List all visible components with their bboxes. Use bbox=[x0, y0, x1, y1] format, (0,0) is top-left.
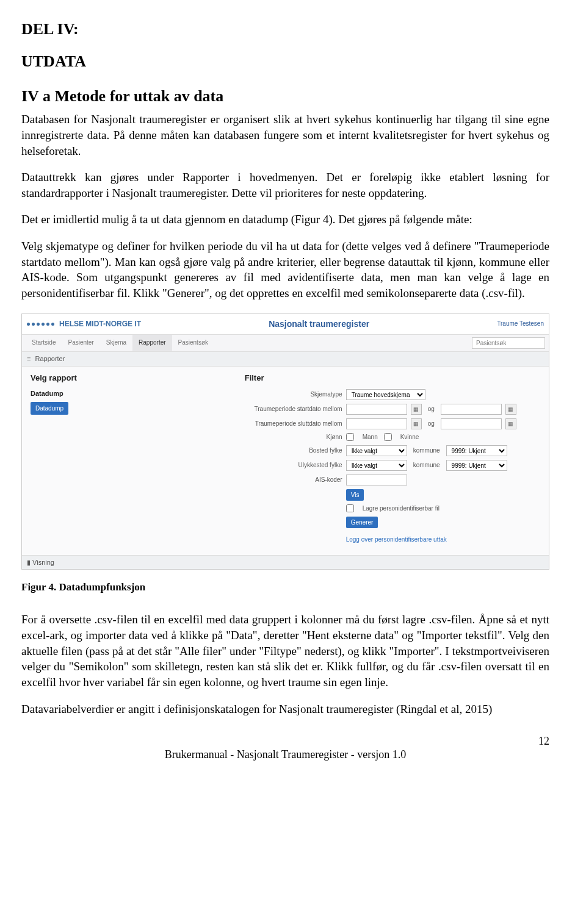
label-kjonn: Kjønn bbox=[245, 433, 342, 442]
calendar-icon[interactable]: ▦ bbox=[505, 418, 516, 429]
panel-header-visning[interactable]: ▮ Visning bbox=[22, 555, 549, 570]
user-name[interactable]: Traume Testesen bbox=[497, 320, 544, 328]
generer-button[interactable]: Generer bbox=[346, 517, 378, 529]
brand-label: HELSE MIDT-NORGE IT bbox=[59, 319, 141, 329]
label-ais: AIS-koder bbox=[245, 476, 342, 484]
app-screenshot: HELSE MIDT-NORGE IT Nasjonalt traumeregi… bbox=[21, 313, 549, 570]
paragraph: Databasen for Nasjonalt traumeregister e… bbox=[21, 112, 549, 159]
page-footer: 12 Brukermanual - Nasjonalt Traumeregist… bbox=[21, 747, 549, 762]
nav-rapporter[interactable]: Rapporter bbox=[132, 335, 172, 351]
search-input[interactable] bbox=[472, 337, 545, 349]
ais-input[interactable] bbox=[346, 475, 407, 485]
nav-bar: Startside Pasienter Skjema Rapporter Pas… bbox=[22, 335, 549, 352]
slutt-from-input[interactable] bbox=[346, 418, 407, 429]
label-skjematype: Skjematype bbox=[245, 390, 342, 399]
label-sluttdato: Traumeperiode sluttdato mellom bbox=[245, 420, 342, 428]
label-kommune: kommune bbox=[413, 446, 440, 455]
subsection-heading: IV a Metode for uttak av data bbox=[21, 85, 549, 107]
checkbox-kvinne[interactable] bbox=[384, 433, 392, 441]
select-ulykke-kommune[interactable]: 9999: Ukjent bbox=[446, 460, 507, 471]
nav-startside[interactable]: Startside bbox=[26, 335, 62, 351]
paragraph: Datavariabelverdier er angitt i definisj… bbox=[21, 701, 549, 717]
label-og: og bbox=[425, 420, 437, 428]
label-kommune: kommune bbox=[413, 461, 440, 470]
left-pane: Velg rapport Datadump Datadump bbox=[31, 373, 245, 548]
checkbox-mann[interactable] bbox=[346, 433, 354, 441]
label-lagre-personident: Lagre personidentifiserbar fil bbox=[363, 504, 440, 513]
nav-skjema[interactable]: Skjema bbox=[100, 335, 132, 351]
slutt-to-input[interactable] bbox=[441, 418, 502, 429]
label-ulykke: Ulykkested fylke bbox=[245, 461, 342, 470]
label-bosted: Bosted fylke bbox=[245, 446, 342, 455]
section-title: UTDATA bbox=[21, 51, 549, 72]
list-icon: ≡ bbox=[27, 355, 31, 362]
select-bosted-fylke[interactable]: Ikke valgt bbox=[346, 445, 407, 456]
logo-dots-icon bbox=[27, 323, 54, 326]
start-from-input[interactable] bbox=[346, 404, 407, 415]
calendar-icon[interactable]: ▦ bbox=[411, 404, 422, 415]
nav-pasienter[interactable]: Pasienter bbox=[62, 335, 99, 351]
select-ulykke-fylke[interactable]: Ikke valgt bbox=[346, 460, 407, 471]
paragraph: Det er imidlertid mulig å ta ut data gje… bbox=[21, 212, 549, 227]
vis-button[interactable]: Vis bbox=[346, 489, 364, 501]
paragraph: For å oversette .csv-filen til en excelf… bbox=[21, 612, 549, 690]
paragraph: Velg skjematype og definer for hvilken p… bbox=[21, 238, 549, 301]
panel-header-rapporter[interactable]: ≡ Rapporter bbox=[22, 352, 549, 367]
panel-title: Rapporter bbox=[35, 355, 65, 362]
figure-caption: Figur 4. Datadumpfunksjon bbox=[21, 581, 549, 595]
calendar-icon[interactable]: ▦ bbox=[505, 404, 516, 415]
paragraph: Datauttrekk kan gjøres under Rapporter i… bbox=[21, 170, 549, 201]
select-bosted-kommune[interactable]: 9999: Ukjent bbox=[446, 445, 507, 456]
app-header: HELSE MIDT-NORGE IT Nasjonalt traumeregi… bbox=[22, 314, 549, 335]
select-skjematype[interactable]: Traume hovedskjema bbox=[346, 389, 425, 400]
section-number: DEL IV: bbox=[21, 18, 549, 40]
footer-text: Brukermanual - Nasjonalt Traumeregister … bbox=[165, 748, 406, 761]
filter-pane: Filter Skjematype Traume hovedskjema Tra… bbox=[245, 373, 540, 548]
datadump-button[interactable]: Datadump bbox=[31, 402, 68, 415]
app-title: Nasjonalt traumeregister bbox=[141, 318, 497, 330]
label-startdato: Traumeperiode startdato mellom bbox=[245, 405, 342, 414]
checkbox-lagre-personident[interactable] bbox=[346, 504, 354, 512]
panel-title-visning: Visning bbox=[32, 559, 54, 566]
label-kvinne: Kvinne bbox=[400, 433, 419, 442]
start-to-input[interactable] bbox=[441, 404, 502, 415]
datadump-label: Datadump bbox=[31, 389, 245, 398]
left-title: Velg rapport bbox=[31, 373, 245, 384]
label-mann: Mann bbox=[363, 433, 378, 442]
bar-chart-icon: ▮ bbox=[27, 559, 31, 566]
label-og: og bbox=[425, 405, 437, 414]
filter-title: Filter bbox=[245, 373, 540, 384]
nav-pasientsok[interactable]: Pasientsøk bbox=[172, 335, 214, 351]
page-number: 12 bbox=[538, 734, 549, 748]
calendar-icon[interactable]: ▦ bbox=[411, 418, 422, 429]
link-personident-uttak[interactable]: Logg over personidentifiserbare uttak bbox=[346, 535, 447, 544]
panel-body: Velg rapport Datadump Datadump Filter Sk… bbox=[22, 367, 549, 555]
